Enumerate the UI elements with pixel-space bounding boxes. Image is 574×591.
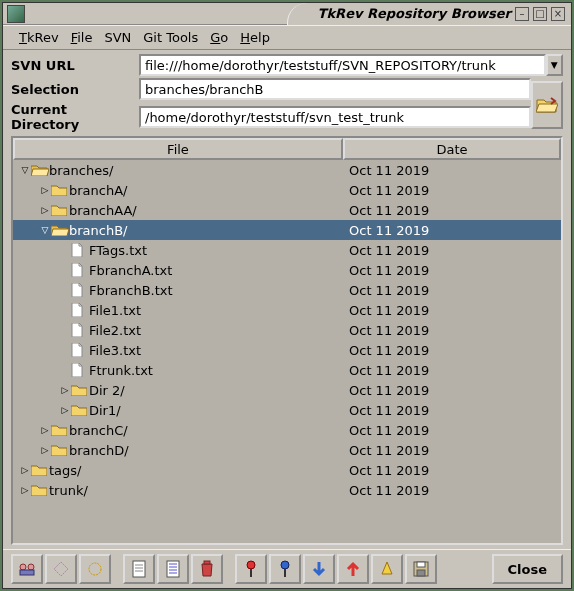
app-icon <box>7 5 25 23</box>
tree-row[interactable]: File2.txtOct 11 2019 <box>13 320 561 340</box>
fields-area: SVN URL ▼ Selection Current Directory <box>3 50 571 134</box>
window-root: TkRev Repository Browser – □ × TkRevFile… <box>2 2 572 589</box>
tree-body[interactable]: ▽branches/Oct 11 2019▷branchA/Oct 11 201… <box>13 160 561 543</box>
file-date: Oct 11 2019 <box>349 183 561 198</box>
pin-blue-icon[interactable] <box>269 554 301 584</box>
tree-row[interactable]: ▷branchC/Oct 11 2019 <box>13 420 561 440</box>
svn-url-input[interactable] <box>139 54 546 76</box>
file-name: branchB/ <box>69 223 128 238</box>
tree-row[interactable]: ▽branches/Oct 11 2019 <box>13 160 561 180</box>
tree-row[interactable]: ▷trunk/Oct 11 2019 <box>13 480 561 500</box>
file-icon <box>71 263 89 277</box>
circle-icon[interactable] <box>79 554 111 584</box>
maximize-button[interactable]: □ <box>533 7 547 21</box>
menu-help[interactable]: Help <box>240 30 270 45</box>
arrow-up-icon[interactable] <box>337 554 369 584</box>
column-date[interactable]: Date <box>343 138 561 160</box>
folder-open-icon <box>51 224 69 236</box>
file-date: Oct 11 2019 <box>349 443 561 458</box>
tree-row[interactable]: ▷branchAA/Oct 11 2019 <box>13 200 561 220</box>
selection-label: Selection <box>11 82 139 97</box>
tree-row[interactable]: FTags.txtOct 11 2019 <box>13 240 561 260</box>
diamond-icon[interactable] <box>45 554 77 584</box>
file-name: FbranchB.txt <box>89 283 173 298</box>
menu-svn[interactable]: SVN <box>104 30 131 45</box>
file-date: Oct 11 2019 <box>349 423 561 438</box>
disclosure-open-icon[interactable]: ▽ <box>39 225 51 235</box>
file-date: Oct 11 2019 <box>349 283 561 298</box>
tree-view: File Date ▽branches/Oct 11 2019▷branchA/… <box>11 136 563 545</box>
page-lines-icon[interactable] <box>157 554 189 584</box>
disk-icon[interactable] <box>405 554 437 584</box>
disclosure-closed-icon[interactable]: ▷ <box>59 405 71 415</box>
selection-input[interactable] <box>139 78 531 100</box>
tree-row[interactable]: ▷tags/Oct 11 2019 <box>13 460 561 480</box>
disclosure-open-icon[interactable]: ▽ <box>19 165 31 175</box>
disclosure-closed-icon[interactable]: ▷ <box>39 445 51 455</box>
folder-icon <box>31 464 49 476</box>
file-name: trunk/ <box>49 483 88 498</box>
disclosure-closed-icon[interactable]: ▷ <box>19 465 31 475</box>
tree-row[interactable]: FbranchA.txtOct 11 2019 <box>13 260 561 280</box>
titlebar[interactable]: TkRev Repository Browser – □ × <box>3 3 571 25</box>
svg-point-16 <box>281 561 289 569</box>
file-name: FbranchA.txt <box>89 263 172 278</box>
file-date: Oct 11 2019 <box>349 403 561 418</box>
pin-red-icon[interactable] <box>235 554 267 584</box>
page-icon[interactable] <box>123 554 155 584</box>
svn-url-label: SVN URL <box>11 58 139 73</box>
folder-icon <box>31 484 49 496</box>
who-icon[interactable] <box>11 554 43 584</box>
file-date: Oct 11 2019 <box>349 323 561 338</box>
tree-row[interactable]: File1.txtOct 11 2019 <box>13 300 561 320</box>
disclosure-closed-icon[interactable]: ▷ <box>39 425 51 435</box>
column-file[interactable]: File <box>13 138 343 160</box>
svg-point-14 <box>247 561 255 569</box>
file-date: Oct 11 2019 <box>349 463 561 478</box>
svn-url-dropdown[interactable]: ▼ <box>546 54 563 76</box>
window-title: TkRev Repository Browser <box>318 6 511 21</box>
folder-icon <box>51 204 69 216</box>
disclosure-closed-icon[interactable]: ▷ <box>39 205 51 215</box>
tree-row[interactable]: ▷Dir 2/Oct 11 2019 <box>13 380 561 400</box>
menu-git-tools[interactable]: Git Tools <box>143 30 198 45</box>
tree-row[interactable]: File3.txtOct 11 2019 <box>13 340 561 360</box>
tree-row[interactable]: FbranchB.txtOct 11 2019 <box>13 280 561 300</box>
svg-rect-13 <box>204 561 210 564</box>
folder-open-icon <box>31 164 49 176</box>
file-name: Dir1/ <box>89 403 121 418</box>
file-name: branchD/ <box>69 443 129 458</box>
disclosure-closed-icon[interactable]: ▷ <box>59 385 71 395</box>
svg-point-3 <box>89 563 101 575</box>
tree-row[interactable]: Ftrunk.txtOct 11 2019 <box>13 360 561 380</box>
cone-icon[interactable] <box>371 554 403 584</box>
file-date: Oct 11 2019 <box>349 203 561 218</box>
menu-file[interactable]: File <box>71 30 93 45</box>
disclosure-closed-icon[interactable]: ▷ <box>19 485 31 495</box>
file-name: File3.txt <box>89 343 141 358</box>
tree-row[interactable]: ▽branchB/Oct 11 2019 <box>13 220 561 240</box>
file-name: branchA/ <box>69 183 127 198</box>
folder-icon <box>71 384 89 396</box>
open-folder-button[interactable] <box>531 81 563 129</box>
tree-row[interactable]: ▷branchA/Oct 11 2019 <box>13 180 561 200</box>
file-name: Ftrunk.txt <box>89 363 153 378</box>
close-button[interactable]: Close <box>492 554 563 584</box>
svg-rect-8 <box>167 561 179 577</box>
close-window-button[interactable]: × <box>551 7 565 21</box>
tree-row[interactable]: ▷branchD/Oct 11 2019 <box>13 440 561 460</box>
minimize-button[interactable]: – <box>515 7 529 21</box>
menu-go[interactable]: Go <box>210 30 228 45</box>
file-date: Oct 11 2019 <box>349 483 561 498</box>
folder-icon <box>51 184 69 196</box>
file-name: FTags.txt <box>89 243 147 258</box>
trash-icon[interactable] <box>191 554 223 584</box>
menu-tkrev[interactable]: TkRev <box>19 30 59 45</box>
arrow-down-icon[interactable] <box>303 554 335 584</box>
file-name: tags/ <box>49 463 81 478</box>
curdir-input[interactable] <box>139 106 531 128</box>
tree-row[interactable]: ▷Dir1/Oct 11 2019 <box>13 400 561 420</box>
file-icon <box>71 363 89 377</box>
file-icon <box>71 343 89 357</box>
disclosure-closed-icon[interactable]: ▷ <box>39 185 51 195</box>
